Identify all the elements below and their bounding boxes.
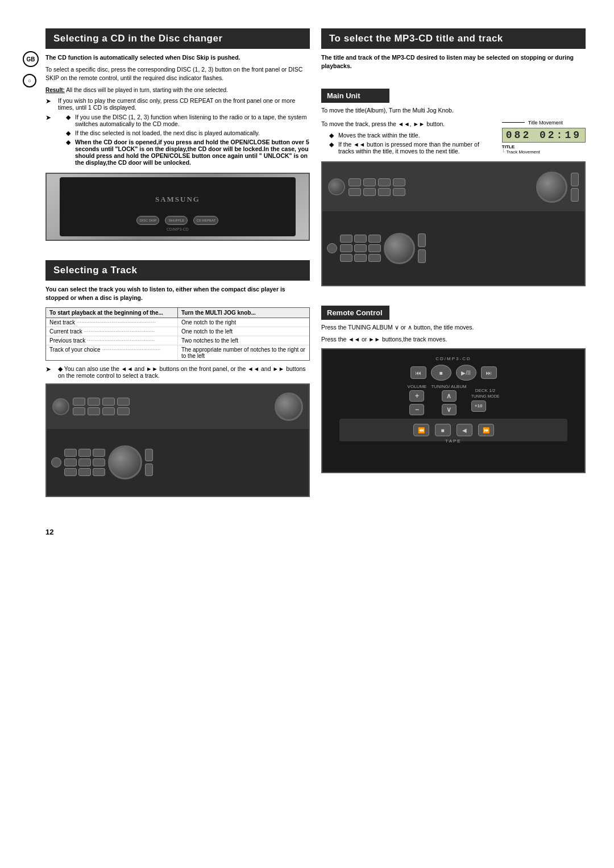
remote-bottom-controls: ⏪ ■ ◀ ⏩ (339, 419, 567, 441)
table-col2-header: Turn the MULTI JOG knob... (178, 308, 309, 318)
tuning-plus-minus: ∧ ∨ (442, 390, 457, 415)
volume-plus-minus: + − (409, 390, 424, 415)
remote-transport-row: ⏮ ■ ▶/II ⏭ (410, 365, 497, 381)
result-text: All the discs will be played in turn, st… (65, 87, 228, 93)
bottom-btn-7 (64, 468, 77, 476)
rb-5 (354, 244, 367, 252)
shuffle-btn: SHUFFLE (169, 219, 184, 222)
r-btn-4 (393, 178, 405, 186)
r-btn-3 (378, 178, 391, 186)
right-unit-bottom (322, 211, 584, 285)
tape-rew-btn[interactable]: ⏪ (413, 424, 429, 436)
tuning-down-btn[interactable]: ∨ (442, 404, 457, 415)
r-bottom-row-1 (340, 235, 381, 243)
right-unit-top-controls (328, 172, 579, 203)
mp3-cd-section: To select the MP3-CD title and track The… (321, 28, 586, 74)
table-header-row: To start playback at the beginning of th… (46, 308, 309, 318)
mp3-intro: The title and track of the MP3-CD desire… (321, 53, 586, 70)
r-bottom-knob (384, 233, 415, 264)
cd-diamond2-text: If the disc selected is not loaded, the … (75, 130, 260, 136)
bullet-sym-2: ◆ (329, 141, 336, 155)
tape-ff-btn[interactable]: ⏩ (478, 424, 494, 436)
move-track-content: To move the track, press the ◄◄, ►► butt… (321, 120, 491, 157)
tuning-album-label: TUNING/ ALBUM (431, 384, 466, 389)
track-label-2: Current track ··························… (46, 327, 178, 336)
bottom-btn-grid (64, 449, 105, 476)
bottom-btn-8 (78, 468, 91, 476)
remote-play-btn[interactable]: ▶/II (456, 365, 476, 381)
main-unit-section: Main Unit To move the title(Album), Turn… (321, 89, 586, 290)
unit-btn-7 (102, 407, 115, 415)
arrow-sym-1: ➤ (45, 97, 56, 111)
move-title-text: To move the title(Album), Turn the Multi… (321, 106, 586, 115)
track-arrow1: ➤ ◆ You can also use the ◄◄ and ►► butto… (45, 365, 310, 379)
remote-cd-mp3-label: CD/MP3-CD (435, 356, 471, 361)
side-btn-2 (145, 464, 153, 476)
title-label-area: TITLE └ Track Movement (502, 144, 540, 155)
unit-circle-btn-1 (51, 457, 61, 468)
rb-8 (354, 254, 367, 262)
r-btn-1 (349, 178, 361, 186)
tuning-mode-group: TUNING MODE +10 (471, 394, 500, 412)
track-diamond-sym: ◆ (58, 365, 63, 372)
diamond-sym-2: ◆ (66, 130, 73, 136)
rb-4 (340, 244, 352, 252)
track-label-3: Previous track ·························… (46, 336, 178, 345)
main-unit-sub: Main Unit (321, 89, 389, 103)
volume-plus-btn[interactable]: + (409, 390, 424, 402)
tape-stop-btn[interactable]: ■ (435, 424, 451, 436)
page-number: 12 (45, 528, 310, 536)
right-main-knob (536, 172, 567, 203)
bottom-btn-3 (93, 449, 105, 457)
track-label-4: Track of your choice ···················… (46, 345, 178, 360)
bullet-sym-1: ◆ (329, 132, 336, 139)
bullet2: ◆ If the ◄◄ button is pressed more than … (321, 141, 491, 155)
r-btn-6 (363, 188, 376, 196)
unit-top-strip (47, 385, 309, 429)
r-bottom-side-btns (418, 233, 426, 263)
right-unit-image (321, 161, 586, 286)
horiz-line-1 (502, 122, 525, 123)
unit-btn-3 (102, 398, 115, 406)
cd-unit-image: SAMSUNG DISC SKIP SHUFFLE (45, 173, 310, 241)
remote-ff-btn[interactable]: ⏭ (481, 366, 497, 379)
remote-stop-btn[interactable]: ■ (431, 365, 451, 381)
cd-arrow1-text: If you wish to play the current disc onl… (58, 97, 310, 111)
track-value-2: One notch to the left (178, 327, 309, 336)
rb-side-1 (418, 233, 426, 247)
selecting-track-header: Selecting a Track (45, 260, 310, 281)
table-row: Current track ··························… (46, 327, 309, 336)
plus10-btn[interactable]: +10 (471, 400, 486, 412)
remote-section: Remote Control Press the TUNING ALBUM ∨ … (321, 306, 586, 478)
bottom-btn-5 (78, 458, 91, 466)
cd-diamond1-text: If you use the DISC (1, 2, 3) function w… (75, 114, 310, 127)
title-label: TITLE (502, 144, 540, 149)
rb-side-2 (418, 249, 426, 263)
cd-intro-bold: The CD function is automatically selecte… (45, 53, 310, 62)
right-side-btns (571, 173, 579, 202)
display-row: To move the track, press the ◄◄, ►► butt… (321, 120, 586, 157)
page-layout: Selecting a CD in the Disc changer The C… (45, 28, 586, 536)
r-bottom-btn-grid (340, 235, 381, 262)
track-arrow1-text: You can also use the ◄◄ and ►► buttons o… (58, 365, 306, 379)
r-btn-8 (393, 188, 405, 196)
right-btn-grid (349, 178, 533, 196)
bottom-unit-image (45, 383, 310, 497)
mp3-cd-header: To select the MP3-CD title and track (321, 28, 586, 49)
r-btn-2 (363, 178, 376, 186)
cd-diamond3: ◆ When the CD door is opened,if you pres… (58, 139, 310, 166)
cd-result: Result: All the discs will be played in … (45, 86, 310, 95)
remote-rew-btn[interactable]: ⏮ (410, 366, 426, 379)
r-btn-5 (349, 188, 361, 196)
unit-btn-4 (117, 398, 130, 406)
bottom-controls (51, 445, 304, 479)
selecting-cd-section: Selecting a CD in the Disc changer The C… (45, 28, 310, 245)
tuning-up-btn[interactable]: ∧ (442, 390, 457, 402)
volume-minus-btn[interactable]: − (409, 404, 424, 415)
unit-btn-1 (73, 398, 85, 406)
tape-prev-btn[interactable]: ◀ (457, 424, 472, 436)
r-btn-7 (378, 188, 391, 196)
corner-l: └ (502, 149, 505, 155)
unit-btn-6 (88, 407, 100, 415)
selecting-cd-header: Selecting a CD in the Disc changer (45, 28, 310, 49)
